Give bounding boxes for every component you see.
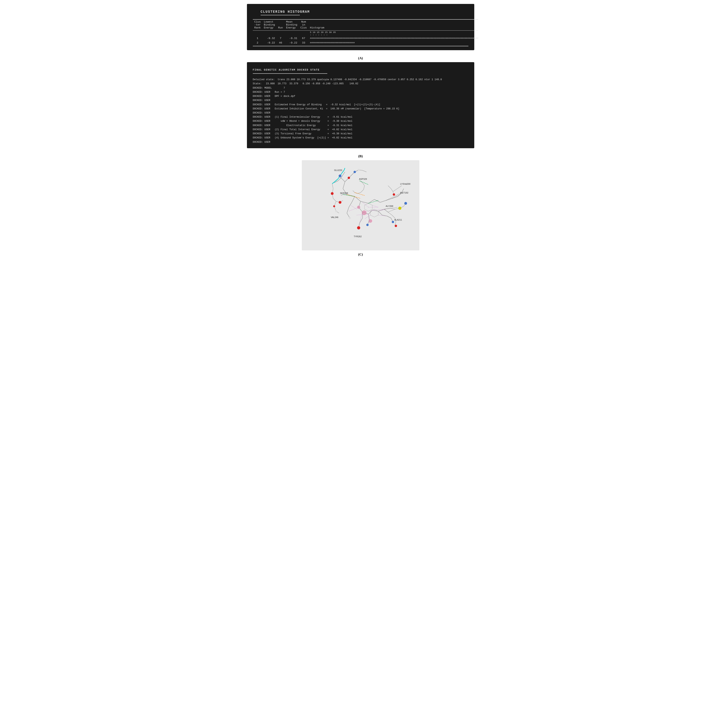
terminal-line: DOCKED: USER (4) Unbound System's Energy… <box>253 136 468 140</box>
cell-mean: -9.22 <box>284 41 299 45</box>
terminal-line: State: 23.008 10.773 33.379 0.156 -0.958… <box>253 82 468 86</box>
panel-b: FINAL GENETIC ALGORITHM DOCKED STATE Det… <box>247 62 474 148</box>
cell-run: 7 <box>276 36 284 41</box>
col-header-num: NuminClus <box>299 20 309 31</box>
cell-clus: 1 <box>253 36 263 41</box>
mol-svg: GLU233 ASP329 SER328 LYSVal200 MET192 AL… <box>302 160 419 250</box>
panel-a-title: CLUSTERING HISTOGRAM <box>261 10 468 14</box>
col-header-lowest: LowestBindingEnergy <box>262 20 276 31</box>
terminal-line: DOCKED: USER vdW + Hbond + desolv Energy… <box>253 119 468 123</box>
terminal-line: DOCKED: USER Estimated Inhibition Consta… <box>253 107 468 111</box>
svg-point-117 <box>392 221 394 223</box>
terminal-line: DOCKED: USER Estimated Free Energy of Bi… <box>253 103 468 107</box>
svg-point-124 <box>357 169 360 171</box>
label-tyr262: TYR262 <box>354 235 362 238</box>
terminal-line: DOCKED: USER DPF = dock.dpf <box>253 94 468 98</box>
svg-point-109 <box>348 177 350 179</box>
hist-scale-spacer <box>253 31 309 36</box>
svg-point-122 <box>398 206 401 210</box>
table-row: 1 -9.32 7 -9.31 67 #####################… <box>253 36 478 41</box>
svg-point-126 <box>349 217 351 219</box>
terminal-line: DOCKED: USER <box>253 140 468 144</box>
terminal-line: DOCKED: USER <box>253 98 468 102</box>
cell-num: 33 <box>299 41 309 45</box>
svg-point-113 <box>333 205 335 207</box>
label-met192: MET192 <box>400 191 408 194</box>
terminal-line: DOCKED: USER (3) Torsional Free Energy =… <box>253 132 468 136</box>
cell-lowest: -9.22 <box>262 41 276 45</box>
terminal-line: DOCKED: MODEL 7 <box>253 86 468 90</box>
svg-point-110 <box>393 193 395 196</box>
terminal-output: Detailed state: trans 23.008 10.773 33.3… <box>253 78 468 144</box>
cell-bar: ################################# <box>308 41 478 45</box>
label-glu233: GLU233 <box>334 169 342 171</box>
svg-point-116 <box>404 202 407 205</box>
col-header-histogram: Histogram <box>308 20 478 31</box>
terminal-line: DOCKED: USER (2) Final Total Internal En… <box>253 128 468 132</box>
label-ser328: SER328 <box>340 192 348 194</box>
terminal-line: DOCKED: USER Electrostatic Energy = -0.3… <box>253 124 468 128</box>
cell-num: 67 <box>299 36 309 41</box>
svg-point-114 <box>339 174 341 177</box>
panel-a-underline <box>261 15 300 15</box>
svg-point-107 <box>339 201 341 204</box>
cell-lowest: -9.32 <box>262 36 276 41</box>
col-header-clus: Clus-terRank <box>253 20 263 31</box>
panel-a-label: (A) <box>247 56 474 60</box>
terminal-line: Detailed state: trans 23.008 10.773 33.3… <box>253 78 468 82</box>
label-val246: VAL246 <box>331 216 338 219</box>
svg-point-111 <box>357 226 360 229</box>
panel-c-label: (C) <box>247 252 474 257</box>
mol-visualization: GLU233 ASP329 SER328 LYSVal200 MET192 AL… <box>302 160 419 250</box>
panel-b-title: FINAL GENETIC ALGORITHM DOCKED STATE <box>253 68 468 72</box>
table-row: 2 -9.22 46 -9.22 33 ####################… <box>253 41 478 45</box>
panel-b-label: (B) <box>247 154 474 158</box>
terminal-line: DOCKED: USER Run = 7 <box>253 90 468 94</box>
histogram-table: Clus-terRank LowestBindingEnergy Run Mea… <box>253 19 478 45</box>
terminal-line: DOCKED: USER (1) Final Intermolecular En… <box>253 115 468 119</box>
label-asp329: ASP329 <box>359 178 367 180</box>
svg-point-108 <box>331 192 333 195</box>
svg-point-120 <box>369 219 372 223</box>
col-header-mean: MeanBindingEnergy <box>284 20 299 31</box>
cell-mean: -9.31 <box>284 36 299 41</box>
hist-scale-numbers: 5 10 15 20 25 30 35 : : : : : : : <box>308 31 478 36</box>
label-lys200: LYSVal200 <box>400 183 410 185</box>
svg-point-119 <box>362 210 367 215</box>
panel-b-underline <box>253 73 327 74</box>
label-ala211: ALA211 <box>394 219 402 221</box>
svg-point-118 <box>366 224 369 226</box>
cell-clus: 2 <box>253 41 263 45</box>
svg-point-125 <box>335 210 337 212</box>
cell-bar: ########################################… <box>308 36 478 41</box>
label-aly268: ALY268 <box>386 205 393 207</box>
panel-c: GLU233 ASP329 SER328 LYSVal200 MET192 AL… <box>247 160 474 250</box>
col-header-run: Run <box>276 20 284 31</box>
terminal-line: DOCKED: USER <box>253 111 468 115</box>
table-bottom-border <box>253 46 468 46</box>
panel-a: CLUSTERING HISTOGRAM Clus-terRank Lowest… <box>247 4 474 50</box>
svg-point-121 <box>357 206 360 209</box>
svg-point-115 <box>354 171 356 173</box>
cell-run: 46 <box>276 41 284 45</box>
svg-point-112 <box>395 225 397 227</box>
